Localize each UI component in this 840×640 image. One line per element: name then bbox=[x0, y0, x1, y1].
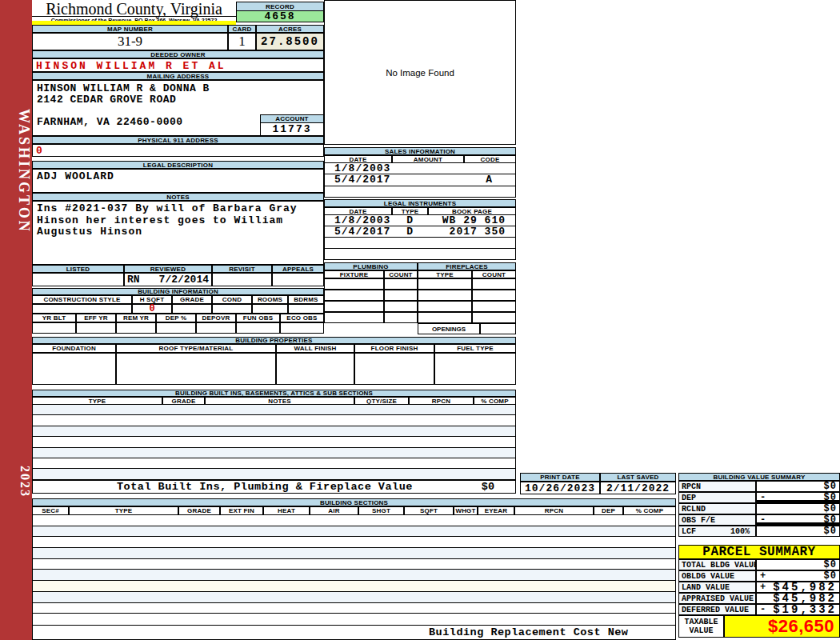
print-date-label: PRINT DATE bbox=[520, 473, 600, 482]
mailing-line-2: 2142 CEDAR GROVE ROAD bbox=[37, 94, 323, 106]
count-cell bbox=[472, 290, 516, 301]
ps-op: - bbox=[757, 604, 768, 615]
plumbing-title: PLUMBING bbox=[324, 262, 418, 270]
built-ins-header-row: TYPE GRADE NOTES QTY/SIZE RPCN % COMP bbox=[32, 397, 516, 405]
revisit-label: REVISIT bbox=[212, 265, 272, 273]
building-properties-header-row: FOUNDATION ROOF TYPE/MATERIAL WALL FINIS… bbox=[32, 344, 516, 353]
deeded-owner-label: DEEDED OWNER bbox=[32, 50, 324, 58]
building-properties-title: BUILDING PROPERTIES bbox=[32, 337, 516, 344]
ps-value: $0 bbox=[824, 559, 839, 570]
depovr-label: DEPOVR bbox=[196, 314, 236, 322]
openings-value bbox=[480, 323, 516, 334]
dep-pct-value bbox=[156, 322, 196, 334]
floor-finish-label: FLOOR FINISH bbox=[354, 344, 434, 353]
plumbing-fireplaces-headers: FIXTURE COUNT TYPE COUNT bbox=[324, 270, 516, 278]
construction-style-label: CONSTRUCTION STYLE bbox=[32, 295, 132, 304]
bvs-row-lcf: LCF100% $0 bbox=[678, 526, 840, 537]
record-value: 4658 bbox=[236, 11, 324, 22]
fixture-cell bbox=[324, 278, 384, 290]
notes-line-3: Augustus Hinson bbox=[37, 226, 323, 238]
ps-row-appraised: APPRAISED VALUE $45,982 bbox=[678, 593, 840, 604]
empty-row bbox=[33, 592, 675, 603]
listed-value bbox=[32, 273, 124, 286]
appeals-label: APPEALS bbox=[272, 265, 324, 273]
map-value-row: 31-9 1 27.8500 bbox=[32, 33, 324, 50]
ps-label: APPRAISED VALUE bbox=[678, 593, 756, 604]
ps-value: $19,332 bbox=[773, 603, 839, 616]
bvs-label: DEP bbox=[678, 492, 756, 503]
bvs-op: - bbox=[757, 492, 768, 503]
bvs-value: $0 bbox=[824, 526, 839, 537]
inst-bookpage: 2017 350 bbox=[428, 226, 515, 238]
dep-pct-label: DEP % bbox=[156, 314, 196, 322]
bvs-label: RPCN bbox=[678, 481, 756, 492]
building-value-summary-title: BUILDING VALUE SUMMARY bbox=[678, 473, 840, 481]
mailing-line-1: HINSON WILLIAM R & DONNA B bbox=[37, 83, 323, 94]
eff-yr-label: EFF YR bbox=[76, 314, 116, 322]
bi-grade-label: GRADE bbox=[162, 397, 205, 405]
bi-rpcn-label: RPCN bbox=[409, 397, 474, 405]
card-label: CARD bbox=[228, 25, 256, 33]
bs-comp-label: % COMP bbox=[623, 506, 676, 515]
type-cell bbox=[418, 290, 472, 301]
bdrms-label: BDRMS bbox=[288, 295, 324, 304]
sales-amount-label: AMOUNT bbox=[392, 155, 464, 163]
count-cell bbox=[472, 278, 516, 290]
sales-code: A bbox=[486, 174, 515, 186]
empty-row bbox=[33, 469, 515, 479]
plumbing-fireplaces-titles: PLUMBING FIREPLACES bbox=[324, 262, 516, 270]
count-cell bbox=[384, 301, 418, 312]
account-value: 11773 bbox=[260, 123, 324, 136]
fixture-cell bbox=[324, 301, 384, 312]
eff-yr-value bbox=[76, 322, 116, 334]
empty-row bbox=[33, 581, 675, 592]
building-value-summary: BUILDING VALUE SUMMARY RPCN $0 DEP -$0 R… bbox=[678, 473, 840, 537]
account-box: ACCOUNT 11773 bbox=[260, 114, 324, 136]
ps-row-deferred: DEFERRED VALUE -$19,332 bbox=[678, 604, 840, 615]
sales-code-label: CODE bbox=[464, 155, 516, 163]
tax-year: 2023 bbox=[0, 466, 32, 498]
count-cell bbox=[472, 312, 516, 323]
fuel-type-value bbox=[434, 353, 516, 385]
reviewed-cell: RN 7/2/2014 bbox=[124, 273, 212, 286]
footer-row: Building Replacement Cost New bbox=[32, 625, 676, 640]
card-number: 1 bbox=[228, 33, 256, 50]
empty-row bbox=[33, 437, 515, 447]
physical-911-value: 0 bbox=[32, 144, 324, 157]
empty-row bbox=[325, 249, 515, 260]
empty-row bbox=[33, 603, 675, 614]
plumbing-row bbox=[324, 312, 516, 323]
bvs-value: $0 bbox=[824, 481, 839, 492]
fireplace-type-label: TYPE bbox=[418, 270, 472, 278]
building-sections-title: BUILDING SECTIONS bbox=[32, 498, 676, 506]
fixture-count-label: COUNT bbox=[384, 270, 418, 278]
building-info-value-row-2 bbox=[32, 322, 324, 334]
count-cell bbox=[384, 312, 418, 323]
openings-row: OPENINGS bbox=[324, 323, 516, 334]
rooms-label: ROOMS bbox=[252, 295, 288, 304]
building-info-value-row-1: 0 bbox=[32, 304, 324, 314]
count-cell bbox=[384, 290, 418, 301]
roof-type-value bbox=[116, 353, 276, 385]
bvs-label: LCF bbox=[682, 527, 696, 536]
built-ins-total-row: Total Built Ins, Plumbing & Fireplace Va… bbox=[32, 480, 516, 494]
acres-value: 27.8500 bbox=[256, 33, 324, 50]
parcel-summary-title: PARCEL SUMMARY bbox=[678, 545, 840, 559]
map-number-label: MAP NUMBER bbox=[32, 25, 228, 33]
built-ins-title: BUILDING BUILT INS, BASEMENTS, ATTICS & … bbox=[32, 390, 516, 397]
foundation-label: FOUNDATION bbox=[32, 344, 116, 353]
print-info-box: PRINT DATE LAST SAVED 10/26/2023 2/11/20… bbox=[520, 473, 676, 494]
bvs-row-obs: OBS F/E -$0 bbox=[678, 514, 840, 526]
bs-whgt-label: WHGT bbox=[454, 506, 478, 515]
bvs-lcf-pct: 100% bbox=[730, 527, 753, 536]
bs-eyear-label: EYEAR bbox=[478, 506, 514, 515]
sales-row: 1/8/2003 bbox=[325, 163, 515, 174]
type-cell bbox=[418, 301, 472, 312]
legal-description-label: LEGAL DESCRIPTION bbox=[32, 161, 324, 169]
bs-rpcn-label: RPCN bbox=[514, 506, 594, 515]
record-box: RECORD 4658 bbox=[236, 2, 324, 22]
ps-row-total-bldg: TOTAL BLDG VALUE $0 bbox=[678, 559, 840, 570]
legal-instruments-title: LEGAL INSTRUMENTS bbox=[324, 199, 516, 207]
empty-row bbox=[325, 238, 515, 249]
district-spine: WASHINGTON 2023 bbox=[0, 0, 32, 640]
